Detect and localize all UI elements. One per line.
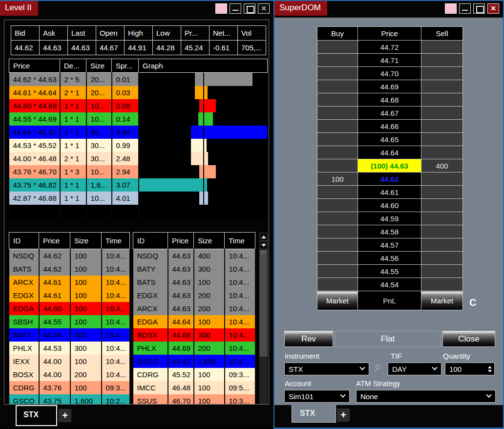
ladder-graph-cell (139, 126, 268, 139)
dom-sell-cell[interactable] (421, 238, 463, 252)
dom-price-cell[interactable]: 44.70 (358, 67, 421, 80)
dom-buy-cell[interactable] (317, 186, 358, 199)
dom-sell-cell[interactable] (421, 54, 463, 67)
dom-price-cell[interactable]: 44.60 (358, 199, 421, 212)
dom-buy-cell[interactable] (317, 212, 358, 225)
instrument-link-color-button[interactable] (445, 3, 457, 14)
maximize-icon[interactable] (244, 3, 255, 14)
minimize-icon[interactable] (459, 3, 471, 14)
level2-window-title: Level II (0, 1, 38, 16)
buy-market-button[interactable]: Market (317, 291, 358, 310)
dom-buy-cell[interactable] (317, 252, 358, 265)
dom-buy-cell[interactable] (317, 67, 358, 80)
dom-sell-cell[interactable] (421, 172, 463, 186)
dom-row: 44.71 (317, 54, 463, 67)
flatten-position-button[interactable]: Flat (335, 331, 441, 347)
dom-sell-cell[interactable] (421, 252, 463, 265)
dom-sell-cell[interactable] (421, 278, 463, 291)
dom-buy-cell[interactable] (317, 278, 358, 291)
close-icon[interactable] (258, 3, 270, 14)
dom-price-cell[interactable]: 44.68 (358, 93, 421, 107)
dom-sell-cell[interactable] (421, 93, 463, 107)
dom-sell-cell[interactable] (421, 225, 463, 238)
add-tab-button[interactable]: + (59, 409, 71, 422)
reverse-position-button[interactable]: Rev (284, 331, 333, 347)
tif-select[interactable]: DAY (388, 363, 441, 375)
center-ladder-button[interactable]: C (469, 297, 476, 308)
dom-price-cell[interactable]: 44.55 (358, 265, 421, 278)
dom-price-cell[interactable]: (100) 44.63 (358, 159, 421, 172)
scroll-up-icon[interactable] (259, 233, 268, 241)
dom-buy-cell[interactable] (317, 120, 358, 133)
sell-market-button[interactable]: Market (421, 291, 463, 310)
minimize-icon[interactable] (230, 3, 241, 14)
tns-time-cell: 10:4... (225, 289, 255, 302)
bid-size-bar (199, 99, 203, 112)
dom-price-cell[interactable]: 44.66 (358, 120, 421, 133)
ladder-header-cell: Price (9, 59, 60, 73)
dom-price-cell[interactable]: 44.61 (358, 186, 421, 199)
dom-buy-cell[interactable]: 100 (317, 172, 358, 186)
dom-price-cell[interactable]: 44.67 (358, 107, 421, 120)
dom-buy-cell[interactable] (317, 133, 358, 146)
close-position-button[interactable]: Close (442, 331, 495, 347)
add-tab-button[interactable]: + (337, 408, 350, 422)
dom-buy-cell[interactable] (317, 199, 358, 212)
scrollbar-track[interactable] (259, 250, 268, 405)
dom-sell-cell[interactable] (421, 212, 463, 225)
dom-price-cell[interactable]: 44.57 (358, 238, 421, 252)
superdom-titlebar[interactable]: SuperDOM (274, 1, 503, 16)
dom-price-cell[interactable]: 44.71 (358, 54, 421, 67)
quantity-stepper[interactable]: 100 (445, 363, 495, 375)
instrument-search-icon[interactable] (374, 364, 383, 373)
dom-buy-cell[interactable] (317, 54, 358, 67)
ask-table-scrollbar[interactable] (259, 232, 268, 405)
dom-buy-cell[interactable] (317, 265, 358, 278)
dom-sell-cell[interactable] (421, 41, 463, 54)
dom-sell-cell[interactable] (421, 265, 463, 278)
tab-stx[interactable]: STX (292, 405, 336, 423)
account-select[interactable]: Sim101 (284, 390, 350, 403)
dom-sell-cell[interactable] (421, 120, 463, 133)
maximize-icon[interactable] (473, 3, 485, 14)
dom-sell-cell[interactable] (421, 67, 463, 80)
dom-sell-cell[interactable] (421, 186, 463, 199)
tab-stx[interactable]: STX (16, 405, 57, 426)
dom-price-cell[interactable]: 44.64 (358, 146, 421, 159)
dom-price-cell[interactable]: 44.54 (358, 278, 421, 291)
scroll-down-icon[interactable] (259, 241, 268, 249)
dom-sell-cell[interactable] (421, 146, 463, 159)
dom-sell-cell[interactable] (421, 107, 463, 120)
dom-sell-cell[interactable]: 400 (421, 159, 463, 172)
dom-buy-cell[interactable] (317, 107, 358, 120)
dom-price-cell[interactable]: 44.56 (358, 252, 421, 265)
dom-price-cell[interactable]: 44.69 (358, 80, 421, 93)
dom-buy-cell[interactable] (317, 80, 358, 93)
level2-titlebar[interactable]: Level II (0, 1, 273, 16)
tns-time-cell: 10:4... (102, 315, 130, 328)
dom-buy-cell[interactable] (317, 93, 358, 107)
dom-buy-cell[interactable] (317, 41, 358, 54)
dom-buy-cell[interactable] (317, 238, 358, 252)
dom-row: 44.68 (317, 93, 463, 107)
dom-price-cell[interactable]: 44.59 (358, 212, 421, 225)
atm-strategy-select[interactable]: None (356, 390, 496, 403)
instrument-select[interactable]: STX (284, 363, 369, 375)
dom-price-cell[interactable]: 44.58 (358, 225, 421, 238)
dom-price-cell[interactable]: 44.62 (358, 172, 421, 186)
dom-buy-cell[interactable] (317, 225, 358, 238)
tns-id-cell: EDGA (9, 302, 39, 315)
stepper-arrows-icon[interactable] (488, 366, 492, 372)
tns-id-cell: EDGX (9, 289, 39, 302)
dom-buy-cell[interactable] (317, 159, 358, 172)
dom-price-cell[interactable]: 44.65 (358, 133, 421, 146)
dom-buy-cell[interactable] (317, 146, 358, 159)
dom-sell-cell[interactable] (421, 199, 463, 212)
tns-id-cell: BATS (9, 262, 39, 276)
close-icon[interactable] (487, 3, 499, 14)
dom-price-cell[interactable]: 44.72 (358, 41, 421, 54)
dom-sell-cell[interactable] (421, 133, 463, 146)
dom-sell-cell[interactable] (421, 80, 463, 93)
instrument-link-color-button[interactable] (215, 3, 227, 14)
scrollbar-thumb[interactable] (259, 250, 268, 357)
